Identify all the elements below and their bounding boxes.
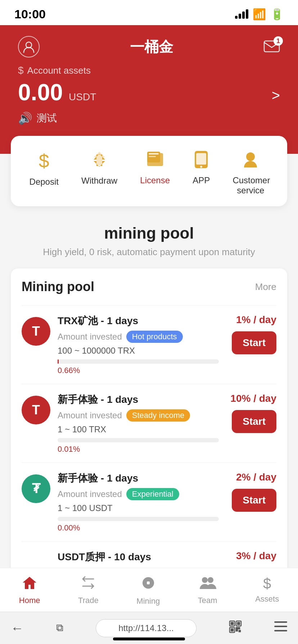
avatar[interactable] <box>18 36 40 58</box>
pool-info-3: 新手体验 - 1 days Amount invested Experienti… <box>58 472 219 533</box>
hero-top: 一桶金 1 <box>18 36 280 58</box>
svg-rect-26 <box>274 630 287 631</box>
pool-rate-2: 10% / day <box>230 393 276 404</box>
sound-text: 测试 <box>37 111 57 125</box>
pool-item-2: T 新手体验 - 1 days Amount invested Steady i… <box>22 384 276 463</box>
svg-rect-5 <box>149 156 156 157</box>
quick-actions: $ Deposit Withdraw License <box>11 136 287 206</box>
nav-mining-label: Mining <box>136 597 160 606</box>
action-app[interactable]: APP <box>193 150 210 196</box>
pool-progress-label-3: 0.00% <box>58 523 219 533</box>
app-title: 一桶金 <box>130 37 173 57</box>
pool-list-title: Mining pool <box>22 279 94 294</box>
start-btn-3[interactable]: Start <box>232 489 276 512</box>
nav-assets-label: Assets <box>255 594 279 604</box>
team-icon <box>199 575 216 593</box>
pool-name-1: TRX矿池 - 1 days <box>58 314 219 328</box>
nav-assets[interactable]: $ Assets <box>255 575 279 606</box>
customer-service-label: Customer service <box>232 175 268 196</box>
svg-rect-17 <box>231 622 233 625</box>
svg-rect-4 <box>149 153 159 155</box>
pool-right-3: 2% / day Start <box>226 472 276 512</box>
license-icon <box>146 150 164 170</box>
svg-rect-7 <box>196 153 206 165</box>
start-btn-2[interactable]: Start <box>232 410 276 433</box>
dollar-icon: $ <box>18 65 24 76</box>
pool-amount-1: 100 ~ 1000000 TRX <box>58 346 219 356</box>
svg-point-13 <box>208 577 213 583</box>
svg-rect-18 <box>238 622 240 625</box>
action-withdraw[interactable]: Withdraw <box>81 150 117 196</box>
pool-invested-label-1: Amount invested <box>58 332 122 342</box>
more-link[interactable]: More <box>255 281 276 293</box>
start-btn-1[interactable]: Start <box>232 331 276 354</box>
pool-badge-3: Experiential <box>126 488 179 500</box>
pool-progress-wrap-1 <box>58 359 219 364</box>
action-deposit[interactable]: $ Deposit <box>30 150 59 196</box>
pool-name-3: 新手体验 - 1 days <box>58 472 219 485</box>
action-customer-service[interactable]: Customer service <box>232 150 268 196</box>
pool-invested-row-3: Amount invested Experiential <box>58 488 219 500</box>
hero-section: 一桶金 1 $ Account assets 0.00 USDT > 🔊 测试 <box>0 25 298 154</box>
balance-arrow[interactable]: > <box>272 87 280 104</box>
home-indicator <box>113 638 185 640</box>
balance-row: 0.00 USDT > <box>18 79 280 106</box>
pool-amount-2: 1 ~ 100 TRX <box>58 424 219 434</box>
browser-url-bar[interactable]: http://114.13... <box>96 619 197 637</box>
pool-list-header: Mining pool More <box>22 279 276 294</box>
svg-rect-11 <box>147 581 150 584</box>
nav-mining[interactable]: Mining <box>136 575 160 606</box>
svg-point-12 <box>202 577 208 583</box>
pool-invested-label-3: Amount invested <box>58 489 122 499</box>
pool-logo-1: T <box>22 317 50 346</box>
svg-rect-20 <box>236 627 238 629</box>
app-icon <box>193 150 209 170</box>
pool-right-4: 3% / day <box>226 550 276 562</box>
pool-progress-label-1: 0.66% <box>58 366 219 375</box>
nav-home[interactable]: Home <box>19 575 40 606</box>
pool-info-4: USDT质押 - 10 days <box>58 550 219 567</box>
nav-home-label: Home <box>19 596 40 605</box>
pool-right-2: 10% / day Start <box>226 393 276 433</box>
pool-logo-2: T <box>22 396 50 424</box>
browser-menu-button[interactable] <box>274 621 287 635</box>
pool-amount-3: 1 ~ 100 USDT <box>58 503 219 513</box>
svg-rect-23 <box>239 630 240 632</box>
notification-area[interactable]: 1 <box>263 39 280 54</box>
svg-rect-25 <box>274 626 287 627</box>
pool-item-3: ₮ 新手体验 - 1 days Amount invested Experien… <box>22 463 276 541</box>
pool-info-2: 新手体验 - 1 days Amount invested Steady inc… <box>58 393 219 454</box>
balance-amount: 0.00 <box>18 79 63 105</box>
svg-rect-19 <box>231 629 233 631</box>
status-time: 10:00 <box>14 7 46 21</box>
svg-point-9 <box>246 152 255 161</box>
pool-name-2: 新手体验 - 1 days <box>58 393 219 406</box>
pool-logo-3: ₮ <box>22 474 50 503</box>
pool-right-1: 1% / day Start <box>226 314 276 354</box>
withdraw-label: Withdraw <box>81 176 117 186</box>
nav-trade[interactable]: Trade <box>78 575 99 606</box>
svg-point-8 <box>200 166 202 168</box>
svg-rect-21 <box>238 627 240 629</box>
bottom-nav: Home Trade Mining Team $ <box>0 568 298 612</box>
pool-rate-3: 2% / day <box>236 472 276 483</box>
customer-service-icon <box>241 150 260 170</box>
browser-back-button[interactable]: ← <box>11 621 24 636</box>
pool-progress-fill-1 <box>58 359 59 364</box>
deposit-icon: $ <box>39 150 49 172</box>
mining-subtitle: High yield, 0 risk, automatic payment up… <box>11 247 287 258</box>
pool-item-1: T TRX矿池 - 1 days Amount invested Hot pro… <box>22 305 276 384</box>
browser-qr-button[interactable] <box>229 620 242 636</box>
deposit-label: Deposit <box>30 177 59 187</box>
balance-unit: USDT <box>69 91 96 102</box>
notification-badge: 1 <box>274 36 283 46</box>
pool-progress-wrap-2 <box>58 438 219 442</box>
action-license[interactable]: License <box>140 150 170 196</box>
pool-progress-wrap-3 <box>58 517 219 521</box>
license-label: License <box>140 175 170 185</box>
nav-team[interactable]: Team <box>198 575 217 606</box>
assets-icon: $ <box>263 575 271 592</box>
browser-tab-button[interactable]: ⧉ <box>56 622 63 634</box>
sound-icon: 🔊 <box>18 111 32 125</box>
pool-badge-1: Hot products <box>126 331 183 343</box>
